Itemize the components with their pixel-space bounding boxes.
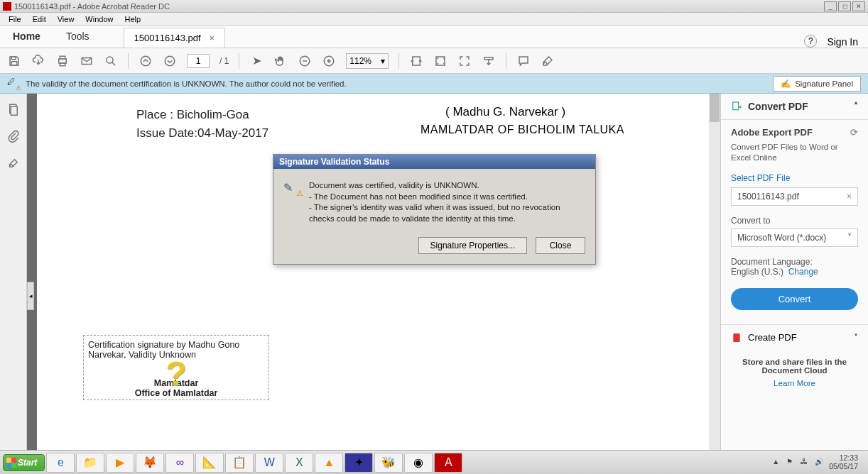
- main-area: ◂ Place : Bicholim-Goa Issue Date:04-May…: [0, 94, 868, 470]
- taskbar-firefox-icon[interactable]: 🦊: [136, 453, 164, 473]
- zoom-out-icon[interactable]: [298, 54, 312, 68]
- vertical-scrollbar[interactable]: [709, 94, 720, 470]
- tray-volume-icon[interactable]: 🔊: [815, 458, 825, 468]
- menu-help[interactable]: Help: [119, 15, 146, 23]
- chevron-down-icon[interactable]: ˅: [854, 333, 858, 343]
- export-pdf-desc: Convert PDF Files to Word or Excel Onlin…: [731, 142, 858, 163]
- tab-home[interactable]: Home: [0, 25, 53, 48]
- taskbar-clock[interactable]: 12:33 05/05/17: [829, 454, 861, 470]
- search-icon[interactable]: [104, 54, 118, 68]
- menu-view[interactable]: View: [52, 15, 80, 23]
- convert-button[interactable]: Convert: [731, 288, 858, 310]
- dialog-line3: - The signer's identity was valid when i…: [309, 202, 585, 224]
- taskbar-app1-icon[interactable]: 📐: [195, 453, 224, 473]
- taskbar-acrobat-icon[interactable]: A: [434, 453, 462, 473]
- zoom-select[interactable]: 112%▾: [346, 53, 389, 69]
- doc-signer-title: MAMLATDAR OF BICHOLIM TALUKA: [421, 123, 624, 136]
- convert-pdf-icon: [731, 101, 742, 112]
- taskbar-app2-icon[interactable]: ✦: [345, 453, 373, 473]
- doc-language-value: English (U.S.): [731, 267, 783, 277]
- convert-pdf-label: Convert PDF: [748, 101, 808, 112]
- save-icon[interactable]: [7, 54, 21, 68]
- read-mode-icon[interactable]: [482, 54, 496, 68]
- svg-rect-1: [11, 61, 17, 65]
- refresh-icon[interactable]: ⟳: [850, 127, 858, 138]
- tab-document[interactable]: 1500116143.pdf ×: [124, 28, 226, 48]
- print-cloud-icon[interactable]: [31, 54, 45, 68]
- print-icon[interactable]: [55, 54, 70, 68]
- sign-icon[interactable]: [541, 54, 555, 68]
- help-button[interactable]: ?: [804, 35, 817, 48]
- pointer-icon[interactable]: ➤: [249, 54, 264, 68]
- thumbnails-icon[interactable]: [6, 102, 21, 116]
- convert-pdf-header[interactable]: Convert PDF ˄: [721, 94, 868, 120]
- menu-file[interactable]: File: [3, 15, 27, 23]
- taskbar-vlc-icon[interactable]: ▲: [315, 453, 343, 473]
- certification-bar: 🖊 The validity of the document certifica…: [0, 74, 868, 94]
- attachments-icon[interactable]: [6, 129, 21, 143]
- chevron-up-icon[interactable]: ˄: [854, 101, 858, 111]
- export-pdf-heading: Adobe Export PDF: [731, 127, 813, 138]
- dialog-close-button[interactable]: Close: [536, 237, 585, 254]
- page-up-icon[interactable]: [139, 54, 153, 68]
- page-down-icon[interactable]: [163, 54, 177, 68]
- select-pdf-link[interactable]: Select PDF File: [731, 173, 858, 183]
- sign-in-button[interactable]: Sign In: [827, 36, 858, 48]
- fit-width-icon[interactable]: [409, 54, 423, 68]
- minimize-button[interactable]: _: [824, 1, 837, 11]
- taskbar-excel-icon[interactable]: X: [285, 453, 313, 473]
- tray-icon[interactable]: ▲: [772, 458, 782, 468]
- tray-network-icon[interactable]: 🖧: [801, 458, 810, 468]
- email-icon[interactable]: [80, 54, 94, 68]
- left-collapser[interactable]: ◂: [27, 282, 34, 310]
- fit-page-icon[interactable]: [433, 54, 447, 68]
- taskbar-app3-icon[interactable]: 🐝: [374, 453, 403, 473]
- page-number-input[interactable]: [187, 54, 210, 68]
- toolbar: / 1 ➤ 112%▾: [0, 48, 868, 74]
- hand-tool-icon[interactable]: [273, 54, 288, 68]
- convert-to-select[interactable]: Microsoft Word (*.docx) ˅: [731, 228, 858, 247]
- signatures-rail-icon[interactable]: [6, 156, 21, 170]
- document-viewport[interactable]: ◂ Place : Bicholim-Goa Issue Date:04-May…: [27, 94, 720, 470]
- tab-row: Home Tools 1500116143.pdf × ? Sign In: [0, 26, 868, 48]
- clock-time: 12:33: [829, 454, 858, 463]
- svg-rect-4: [60, 63, 65, 66]
- start-button[interactable]: Start: [3, 454, 45, 471]
- taskbar-notepad-icon[interactable]: 📋: [225, 453, 254, 473]
- svg-point-8: [165, 56, 175, 66]
- learn-more-link[interactable]: Learn More: [731, 379, 858, 387]
- dialog-title: Signature Validation Status: [273, 155, 595, 169]
- system-tray[interactable]: ▲ ⚑ 🖧 🔊 12:33 05/05/17: [768, 454, 865, 470]
- tab-tools[interactable]: Tools: [53, 25, 102, 48]
- create-pdf-header[interactable]: Create PDF ˅: [721, 324, 868, 351]
- dialog-line1: Document was certified, validity is UNKN…: [309, 180, 585, 192]
- taskbar-ie-icon[interactable]: e: [46, 453, 75, 473]
- svg-rect-0: [11, 57, 16, 60]
- taskbar-chrome-icon[interactable]: ◉: [404, 453, 433, 473]
- menu-edit[interactable]: Edit: [27, 15, 52, 23]
- menu-window[interactable]: Window: [80, 15, 119, 23]
- clear-file-icon[interactable]: ×: [847, 192, 852, 202]
- svg-rect-17: [733, 334, 739, 342]
- taskbar-media-icon[interactable]: ▶: [106, 453, 134, 473]
- change-language-link[interactable]: Change: [788, 267, 818, 277]
- maximize-button[interactable]: ◻: [838, 1, 851, 11]
- doc-place: Place : Bicholim-Goa: [136, 108, 268, 122]
- signature-properties-button[interactable]: Signature Properties...: [418, 237, 527, 254]
- close-window-button[interactable]: ✕: [852, 1, 865, 11]
- signature-panel-label: Signature Panel: [795, 79, 853, 88]
- zoom-in-icon[interactable]: [322, 54, 336, 68]
- scrollbar-thumb[interactable]: [710, 94, 720, 122]
- tray-flag-icon[interactable]: ⚑: [786, 458, 796, 468]
- comment-icon[interactable]: [516, 54, 531, 68]
- taskbar-word-icon[interactable]: W: [255, 453, 283, 473]
- signature-field[interactable]: Certification signature by Madhu Gono Na…: [83, 335, 269, 400]
- taskbar-vs-icon[interactable]: ∞: [166, 453, 194, 473]
- signature-panel-button[interactable]: ✍ Signature Panel: [773, 76, 861, 92]
- taskbar-explorer-icon[interactable]: 📁: [76, 453, 104, 473]
- fullscreen-icon[interactable]: [457, 54, 472, 68]
- cert-message: The validity of the document certificati…: [26, 79, 347, 88]
- svg-point-7: [141, 56, 151, 66]
- svg-rect-16: [733, 102, 739, 110]
- tab-close-icon[interactable]: ×: [210, 33, 215, 43]
